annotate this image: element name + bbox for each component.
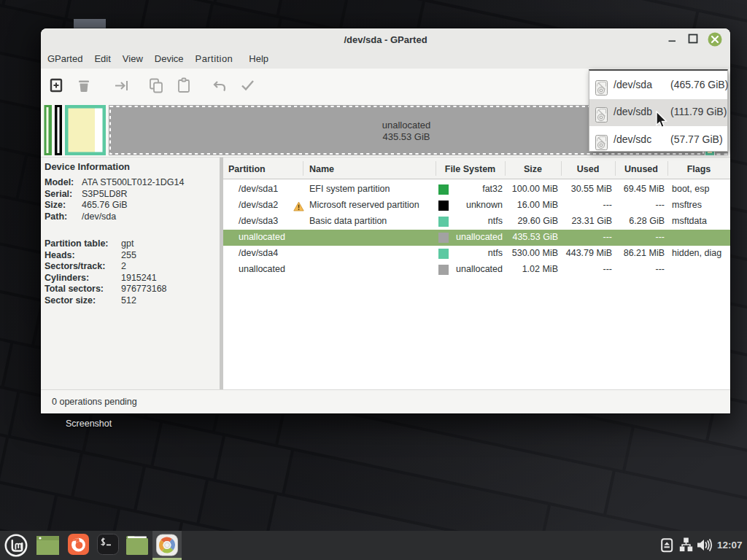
svg-text:435.53 GiB: 435.53 GiB — [382, 131, 430, 142]
svg-text:unallocated: unallocated — [382, 120, 431, 131]
